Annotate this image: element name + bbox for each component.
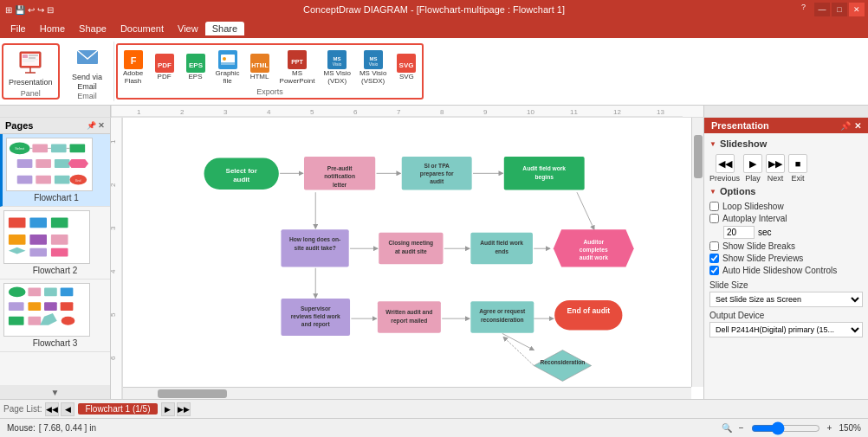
svg-text:HTML: HTML — [251, 62, 269, 68]
pagelist-nav-right: ▶ ▶▶ — [161, 402, 191, 416]
eps-button[interactable]: EPS EPS — [182, 51, 210, 83]
ms-visio-vsdx-button[interactable]: MS Visio MS Visio(VSDX) — [357, 48, 389, 87]
presentation-button[interactable]: Presentation — [5, 47, 56, 89]
adobe-flash-icon: F — [123, 49, 144, 70]
zoom-minus-icon[interactable]: − — [739, 423, 744, 433]
page-thumbnail-2 — [3, 210, 90, 264]
previous-btn[interactable]: ◀◀ — [716, 154, 735, 173]
show-slide-previews-checkbox[interactable] — [709, 254, 719, 263]
svg-label: SVG — [399, 74, 414, 81]
svg-rect-84 — [44, 302, 57, 311]
page-name-2: Flowchart 2 — [3, 266, 107, 275]
pagelist-tab-active[interactable]: Flowchart 1 (1/5) — [74, 404, 160, 414]
status-bar: Mouse: [ 7.68, 0.44 ] in 🔍 − + 150% — [0, 418, 868, 437]
graphic-file-button[interactable]: Graphicfile — [213, 48, 243, 87]
auto-hide-controls-checkbox[interactable] — [709, 266, 719, 275]
send-email-button[interactable]: Send via Email — [65, 42, 110, 93]
minimize-btn[interactable]: — — [814, 3, 830, 16]
autoplay-interval-row: sec — [723, 226, 863, 239]
autoplay-interval-input[interactable] — [723, 226, 755, 239]
ms-visio-vsdx-label: MS Visio(VSDX) — [360, 70, 386, 86]
panel-close-btn[interactable]: ✕ — [854, 121, 861, 131]
active-page-tab[interactable]: Flowchart 1 (1/5) — [78, 403, 157, 415]
page-thumb-3[interactable]: Flowchart 3 — [0, 280, 110, 352]
panel-pin-btn[interactable]: 📌 — [840, 121, 851, 131]
send-email-icon — [74, 43, 101, 71]
ms-visio-vdx-button[interactable]: MS Visio MS Visio(VDX) — [321, 48, 353, 87]
menu-bar: File Home Shape Document View Share — [0, 19, 868, 38]
svg-text:1: 1 — [111, 139, 117, 144]
page-thumb-2[interactable]: Flowchart 2 — [0, 207, 110, 280]
html-button[interactable]: HTML HTML — [246, 51, 274, 83]
zoom-slider[interactable] — [751, 421, 820, 435]
window-controls[interactable]: ? — □ ✕ — [801, 3, 865, 16]
pdf-icon: PDF — [154, 53, 175, 74]
pagelist-last-btn[interactable]: ▶▶ — [177, 402, 191, 416]
menu-document[interactable]: Document — [113, 22, 171, 35]
pages-pin-btn[interactable]: 📌 — [87, 121, 96, 130]
play-label: Play — [745, 174, 761, 183]
output-device-label: Output Device — [709, 311, 863, 320]
hscroll-thumb[interactable] — [158, 389, 227, 398]
svg-text:6: 6 — [111, 356, 117, 360]
status-right: 🔍 − + 150% — [722, 421, 861, 435]
canvas-hscroll[interactable] — [123, 387, 691, 399]
pagelist-next-btn[interactable]: ▶ — [161, 402, 175, 416]
svg-point-20 — [223, 57, 226, 61]
exit-btn[interactable]: ■ — [788, 154, 807, 173]
pagelist-prev-btn[interactable]: ◀ — [61, 402, 74, 416]
autoplay-label: Autoplay Interval — [722, 214, 787, 223]
pdf-button[interactable]: PDF PDF — [151, 51, 178, 83]
pages-scroll-down-btn[interactable]: ▼ — [0, 385, 110, 399]
menu-file[interactable]: File — [3, 22, 33, 35]
pages-close-btn[interactable]: ✕ — [98, 121, 105, 130]
close-btn[interactable]: ✕ — [849, 3, 865, 16]
menu-share[interactable]: Share — [205, 22, 244, 35]
svg-text:reviews field work: reviews field work — [291, 313, 340, 319]
slide-size-select[interactable]: Set Slide Size as Screen — [709, 292, 863, 307]
svg-rect-82 — [9, 302, 24, 311]
panel-label: Panel — [21, 89, 41, 98]
svg-rect-72 — [29, 235, 47, 245]
svg-text:6: 6 — [353, 108, 358, 116]
svg-rect-58 — [17, 159, 33, 168]
page-name-1: Flowchart 1 — [6, 193, 107, 202]
play-btn[interactable]: ▶ — [743, 154, 762, 173]
canvas-vscroll[interactable] — [691, 118, 703, 387]
svg-button[interactable]: SVG SVG — [392, 51, 420, 83]
output-device-select[interactable]: Dell P2414H(Digital) primary (15... — [709, 322, 863, 337]
zoom-plus-icon[interactable]: + — [827, 423, 832, 433]
svg-rect-59 — [36, 159, 51, 168]
canvas-area[interactable]: Select for audit Pre-audit notification … — [123, 118, 703, 399]
loop-slideshow-checkbox[interactable] — [709, 202, 719, 211]
menu-shape[interactable]: Shape — [72, 22, 113, 35]
presentation-panel-title: Presentation — [711, 120, 769, 131]
maximize-btn[interactable]: □ — [832, 3, 847, 16]
svg-text:Select: Select — [15, 146, 25, 151]
svg-point-89 — [62, 317, 75, 325]
page-thumb-1[interactable]: Select — [0, 134, 110, 207]
previous-btn-group: ◀◀ Previous — [709, 154, 740, 183]
pagelist-first-btn[interactable]: ◀◀ — [45, 402, 59, 416]
svg-rect-60 — [55, 159, 70, 168]
vscroll-thumb[interactable] — [694, 135, 703, 178]
menu-home[interactable]: Home — [33, 22, 72, 35]
menu-view[interactable]: View — [171, 22, 205, 35]
svg-text:End of audit: End of audit — [567, 306, 610, 315]
ruler-vertical: 1 2 3 4 5 6 7 8 — [111, 118, 123, 399]
ms-ppt-button[interactable]: PPT MSPowerPoint — [277, 48, 318, 87]
adobe-flash-button[interactable]: F AdobeFlash — [120, 48, 147, 87]
svg-rect-79 — [28, 288, 41, 297]
autoplay-checkbox[interactable] — [709, 214, 719, 223]
svg-text:Agree or request: Agree or request — [479, 308, 526, 315]
svg-rect-83 — [28, 302, 41, 311]
svg-rect-71 — [9, 235, 26, 245]
svg-rect-53 — [51, 144, 67, 152]
show-slide-breaks-checkbox[interactable] — [709, 241, 719, 251]
next-btn[interactable]: ▶▶ — [766, 154, 785, 173]
svg-text:report mailed: report mailed — [391, 318, 427, 325]
svg-rect-147 — [378, 301, 441, 332]
pages-scroll[interactable]: Select — [0, 134, 110, 385]
send-email-label: Send via Email — [72, 73, 102, 92]
window-title: ConceptDraw DIAGRAM - [Flowchart-multipa… — [303, 4, 565, 15]
